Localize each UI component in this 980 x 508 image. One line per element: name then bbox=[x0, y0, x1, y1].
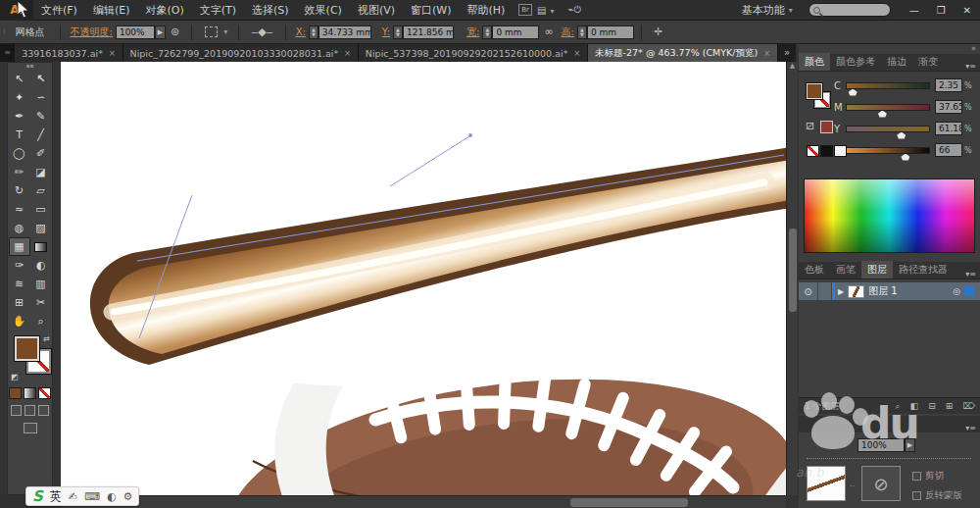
gradient-mode-button[interactable] bbox=[24, 387, 36, 399]
height-stepper[interactable]: ▲▼ bbox=[577, 25, 587, 39]
document-tab-2[interactable]: Nipic_7262799_20190920103330028031.ai* × bbox=[123, 44, 359, 62]
object-thumbnail[interactable] bbox=[807, 466, 846, 501]
close-button[interactable]: ✕ bbox=[955, 5, 980, 16]
panel-menu-icon[interactable]: ▾≡ bbox=[961, 424, 980, 432]
tab-close-icon[interactable]: × bbox=[573, 49, 580, 58]
hand-tool[interactable]: ✋ bbox=[9, 312, 30, 330]
slider-thumb[interactable] bbox=[878, 111, 887, 118]
slider-thumb[interactable] bbox=[849, 89, 858, 96]
line-segment-tool[interactable]: ╱ bbox=[30, 126, 52, 144]
new-sublayer-icon[interactable]: ⊟ bbox=[923, 401, 941, 411]
layer-thumbnail[interactable] bbox=[848, 285, 864, 298]
mesh-tool[interactable]: ▦ bbox=[9, 237, 30, 256]
height-label[interactable]: 高: bbox=[559, 25, 577, 39]
y-label[interactable]: Y: bbox=[379, 26, 393, 37]
scale-tool[interactable]: ▱ bbox=[30, 181, 52, 200]
menu-object[interactable]: 对象(O) bbox=[137, 0, 191, 21]
tab-color[interactable]: 颜色 bbox=[799, 53, 830, 71]
tab-pathfinder[interactable]: 路径查找器 bbox=[893, 261, 954, 279]
ime-mode-label[interactable]: 英 bbox=[50, 488, 62, 505]
magenta-value-input[interactable]: 37.65 bbox=[935, 100, 962, 114]
clipping-mask-icon[interactable]: ◧ bbox=[906, 401, 924, 411]
app-search-input[interactable] bbox=[808, 3, 891, 17]
document-tab-active[interactable]: 未标题-27* @ 463.77% (CMYK/预览) × bbox=[588, 44, 778, 62]
rotate-tool[interactable]: ↻ bbox=[9, 181, 30, 200]
swap-fill-stroke-icon[interactable]: ⇄ bbox=[43, 334, 50, 343]
dock-collapse-icon[interactable]: » bbox=[971, 44, 976, 53]
lasso-tool[interactable]: ∽ bbox=[30, 88, 52, 107]
vertical-scroll-thumb[interactable] bbox=[789, 229, 797, 312]
clip-checkbox[interactable] bbox=[912, 472, 921, 481]
type-tool[interactable]: T bbox=[9, 126, 30, 144]
none-swatch[interactable] bbox=[807, 145, 819, 157]
magenta-slider[interactable] bbox=[846, 104, 930, 111]
pencil-tool[interactable]: ✏ bbox=[9, 163, 30, 181]
selection-tool[interactable]: ↖ bbox=[30, 70, 52, 88]
tab-close-icon[interactable]: × bbox=[763, 49, 770, 58]
document-tab-3[interactable]: Nipic_537398_20190929202152610000.ai* × bbox=[359, 44, 588, 62]
opacity-mask-slot[interactable]: ⊘ bbox=[861, 466, 901, 501]
keyboard-icon[interactable]: ⌨ bbox=[84, 490, 100, 503]
layer-visibility-eye-icon[interactable]: ⊙ bbox=[799, 282, 818, 300]
zoom-tool[interactable]: ⌕ bbox=[30, 312, 52, 330]
horizontal-scrollbar[interactable] bbox=[61, 495, 786, 508]
blend-tool[interactable]: ◐ bbox=[30, 256, 52, 275]
eyedropper-tool[interactable]: ✑ bbox=[9, 256, 30, 275]
menu-select[interactable]: 选择(S) bbox=[244, 0, 297, 21]
panel-fill-swatch[interactable] bbox=[807, 83, 822, 99]
horizontal-scroll-thumb[interactable] bbox=[570, 498, 688, 507]
tab-close-icon[interactable]: × bbox=[344, 49, 351, 58]
width-label[interactable]: 宽: bbox=[464, 25, 482, 39]
minimize-button[interactable]: — bbox=[901, 5, 928, 16]
height-input[interactable]: 0 mm bbox=[587, 25, 634, 39]
y-stepper[interactable]: ▲▼ bbox=[393, 25, 403, 39]
color-mode-button[interactable] bbox=[9, 387, 22, 399]
color-spectrum[interactable] bbox=[804, 178, 975, 253]
fill-color-swatch[interactable] bbox=[15, 336, 39, 361]
slider-thumb[interactable] bbox=[897, 132, 906, 139]
symbol-sprayer-tool[interactable]: ≋ bbox=[9, 275, 30, 293]
width-stepper[interactable]: ▲▼ bbox=[482, 25, 492, 39]
ellipse-tool[interactable]: ◯ bbox=[9, 144, 30, 163]
transform-icon[interactable]: ✛ bbox=[649, 25, 667, 38]
invert-mask-checkbox[interactable] bbox=[912, 491, 921, 500]
tab-close-icon[interactable]: × bbox=[109, 49, 116, 58]
draw-behind-button[interactable] bbox=[24, 405, 35, 416]
menu-file[interactable]: 文件(F) bbox=[33, 0, 85, 21]
draw-inside-button[interactable] bbox=[38, 405, 49, 416]
sync-icon[interactable]: ⌁⏻ bbox=[563, 4, 586, 16]
slice-tool[interactable]: ✂ bbox=[30, 293, 52, 312]
menu-edit[interactable]: 编辑(E) bbox=[85, 0, 138, 21]
constrain-link-icon[interactable]: ∞ bbox=[539, 25, 558, 38]
locate-object-icon[interactable]: ⌕ bbox=[891, 401, 906, 412]
clip-checkbox-row[interactable]: 剪切 bbox=[912, 470, 944, 483]
menu-view[interactable]: 视图(V) bbox=[350, 0, 403, 21]
layer-name[interactable]: 图层 1 bbox=[868, 284, 898, 298]
workspace-switcher[interactable]: 基本功能 bbox=[742, 3, 785, 18]
black-value-input[interactable]: 66 bbox=[935, 143, 962, 157]
none-mode-button[interactable] bbox=[38, 387, 51, 399]
slider-thumb[interactable] bbox=[901, 154, 909, 161]
gradient-tool[interactable] bbox=[30, 237, 52, 256]
direct-selection-tool[interactable]: ↖ bbox=[9, 70, 30, 88]
tab-layers[interactable]: 图层 bbox=[861, 261, 893, 279]
draw-normal-button[interactable] bbox=[11, 405, 22, 416]
tab-brushes[interactable]: 画笔 bbox=[830, 261, 861, 279]
layer-row[interactable]: ⊙ ▶ 图层 1 ◎ bbox=[799, 282, 980, 300]
vertical-scrollbar[interactable]: ▲ bbox=[786, 62, 798, 495]
panel-menu-icon[interactable]: ▾≡ bbox=[961, 270, 980, 279]
skin-icon[interactable]: ◐ bbox=[107, 490, 117, 503]
tab-color-guide[interactable]: 颜色参考 bbox=[830, 53, 881, 71]
opacity-slider-track[interactable] bbox=[807, 458, 971, 459]
column-graph-tool[interactable]: ▥ bbox=[30, 275, 52, 293]
y-input[interactable]: 121.856 mm bbox=[403, 25, 454, 39]
tab-gradient[interactable]: 渐变 bbox=[912, 53, 944, 71]
menu-effect[interactable]: 效果(C) bbox=[297, 0, 350, 21]
tab-overflow-icon[interactable]: » bbox=[778, 44, 796, 62]
artboard-tool[interactable]: ⊞ bbox=[9, 293, 30, 312]
x-stepper[interactable]: ▲▼ bbox=[309, 25, 318, 39]
free-transform-tool[interactable]: ▭ bbox=[30, 200, 52, 219]
paintbrush-tool[interactable]: ✐ bbox=[30, 144, 52, 163]
bridge-icon[interactable]: Br bbox=[518, 4, 532, 16]
screen-mode-button[interactable] bbox=[24, 423, 37, 433]
